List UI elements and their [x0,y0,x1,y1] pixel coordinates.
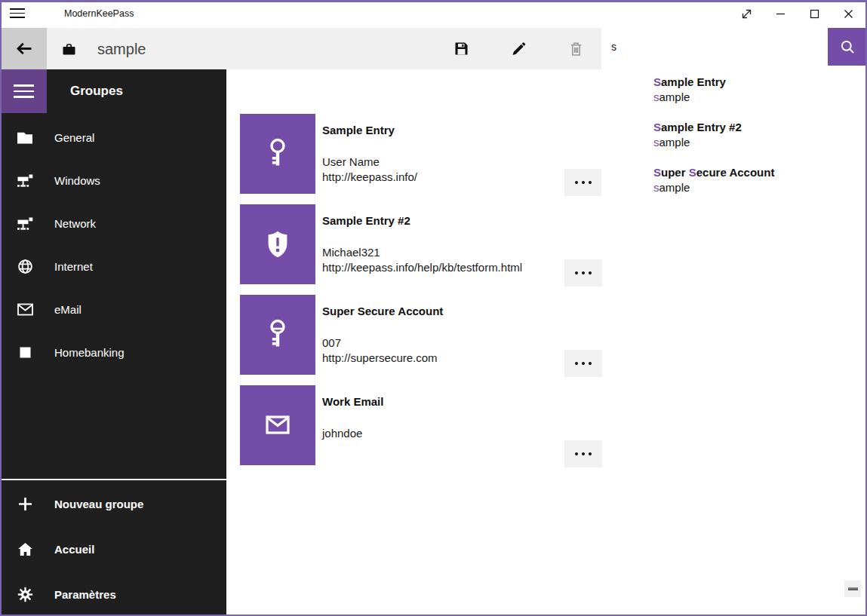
zoom-out-button[interactable] [844,581,861,597]
entry-username: Michael321 [322,245,560,260]
shield-alert-icon [262,228,294,260]
suggestion-item[interactable]: Sample Entry sample [653,75,858,105]
search-box [601,28,828,66]
key-icon [261,136,294,171]
window-title: ModernKeePass [64,0,134,28]
ellipsis-icon [575,271,578,274]
entry-row[interactable]: Sample Entry User Name http://keepass.in… [240,114,602,194]
back-arrow-icon [14,38,34,59]
suggestion-subtitle: sample [653,180,858,195]
entry-tile [240,204,315,284]
more-button[interactable] [564,259,602,287]
entry-title: Work Email [322,394,560,409]
hamburger-button[interactable] [0,69,47,113]
suggestion-title: Sample Entry [653,75,858,90]
sidebar-item-new-group[interactable]: Nouveau groupe [0,481,226,526]
sidebar-item-internet[interactable]: Internet [0,245,226,288]
entry-row[interactable]: Super Secure Account 007 http://supersec… [240,295,602,375]
title-bar: ModernKeePass [0,0,867,28]
save-icon [453,41,469,57]
network-device-icon [16,174,34,188]
entry-tile [240,114,315,194]
gear-icon [16,587,34,602]
suggestion-subtitle: sample [653,90,858,105]
menu-icon[interactable] [10,8,25,18]
delete-button[interactable] [558,28,594,69]
back-button[interactable] [0,28,47,69]
square-icon [16,347,34,358]
sidebar-item-settings[interactable]: Paramètres [0,572,226,616]
entry-tile [240,295,315,375]
globe-icon [16,259,34,274]
sidebar-item-home[interactable]: Accueil [0,526,226,572]
home-icon [16,542,34,556]
close-button[interactable] [832,0,865,28]
hamburger-icon [14,84,34,86]
entry-url: http://supersecure.com [322,351,560,366]
entry-title: Sample Entry #2 [322,213,560,228]
plus-icon [16,496,34,512]
entry-username: johndoe [322,426,560,441]
suggestion-item[interactable]: Super Secure Account sample [653,165,858,195]
appbar-actions [443,28,594,69]
key-icon [261,317,294,352]
sidebar-actions: Nouveau groupe Accueil Paramètres [0,481,226,616]
sidebar-item-network[interactable]: Network [0,202,226,245]
suggestion-title: Sample Entry #2 [653,120,858,135]
entry-row[interactable]: Work Email johndoe [240,385,602,465]
fullscreen-icon [740,8,753,20]
folder-icon [16,130,34,145]
search-suggestions: Sample Entry sample Sample Entry #2 samp… [601,66,865,222]
trash-icon [568,41,584,57]
sidebar-separator [0,479,226,480]
briefcase-icon [62,42,76,56]
sidebar: Groupes General Windows Network [0,69,226,616]
magnifier-icon [839,38,856,56]
more-button[interactable] [564,350,602,377]
app-window: ModernKeePass sample [0,0,867,616]
minimize-icon [774,8,787,20]
ellipsis-icon [575,362,578,365]
suggestion-title: Super Secure Account [653,165,858,180]
ellipsis-icon [575,452,578,455]
ellipsis-icon [575,181,578,184]
network-device-icon [16,217,34,231]
entry-title: Sample Entry [322,123,560,138]
close-icon [842,8,855,20]
database-title: sample [97,40,146,57]
sidebar-item-homebanking[interactable]: Homebanking [0,331,226,374]
more-button[interactable] [564,169,602,196]
envelope-icon [16,303,34,316]
entry-url: http://keepass.info/help/kb/testform.htm… [322,260,560,275]
entry-username: User Name [322,155,560,170]
pencil-icon [511,41,527,57]
entry-username: 007 [322,336,560,351]
fullscreen-button[interactable] [730,0,764,28]
suggestion-item[interactable]: Sample Entry #2 sample [653,120,858,150]
entry-url: http://keepass.info/ [322,170,560,185]
sidebar-item-general[interactable]: General [0,116,226,159]
sidebar-heading: Groupes [70,69,123,113]
search-input[interactable] [601,28,828,66]
suggestion-subtitle: sample [653,135,858,150]
app-bar: sample [0,28,867,69]
entry-row[interactable]: Sample Entry #2 Michael321 http://keepas… [240,204,602,284]
group-list: General Windows Network Internet [0,116,226,374]
entry-title: Super Secure Account [322,304,560,319]
save-button[interactable] [443,28,479,69]
maximize-button[interactable] [798,0,832,28]
search-button[interactable] [828,28,867,66]
minus-icon [848,587,858,590]
sidebar-item-windows[interactable]: Windows [0,159,226,202]
more-button[interactable] [564,440,602,467]
edit-button[interactable] [500,28,536,69]
window-controls [730,0,865,28]
entry-list: Sample Entry User Name http://keepass.in… [240,114,602,476]
minimize-button[interactable] [764,0,798,28]
mail-icon [262,412,294,439]
sidebar-item-email[interactable]: eMail [0,288,226,331]
entry-tile [240,385,315,465]
maximize-icon [808,8,821,20]
